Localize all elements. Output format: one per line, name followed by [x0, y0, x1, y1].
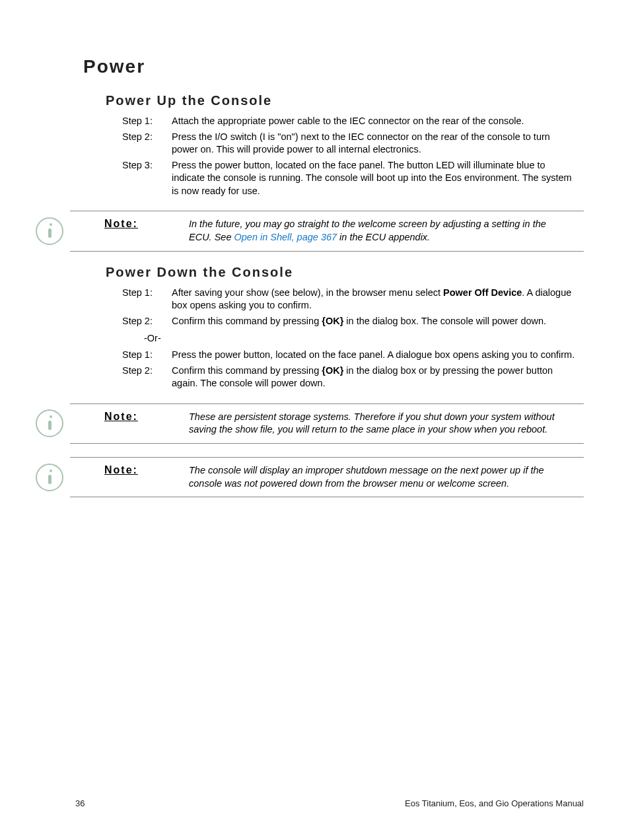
step-text: Press the power button, located on the f… [172, 349, 584, 362]
note-label: Note: [70, 411, 162, 423]
svg-rect-8 [48, 475, 52, 484]
or-separator: -Or- [144, 333, 584, 343]
step-row: Step 2: Confirm this command by pressing… [122, 315, 584, 328]
heading-power-up: Power Up the Console [106, 93, 584, 108]
svg-point-4 [50, 415, 52, 418]
step-label: Step 1: [122, 115, 172, 128]
svg-point-1 [50, 223, 52, 226]
power-up-steps: Step 1: Attach the appropriate power cab… [46, 115, 584, 197]
step-label: Step 3: [122, 159, 172, 198]
step-row: Step 1: After saving your show (see belo… [122, 287, 584, 312]
note-text: These are persistent storage systems. Th… [162, 411, 584, 437]
step-text-bold: {OK} [322, 365, 343, 376]
note-block: Note: The console will display an improp… [70, 457, 584, 497]
step-text-bold: {OK} [322, 316, 343, 326]
power-down-steps-a: Step 1: After saving your show (see belo… [46, 287, 584, 328]
step-label: Step 2: [122, 315, 172, 328]
heading-power: Power [83, 56, 584, 77]
step-label: Step 2: [122, 365, 172, 390]
step-text-part: in the dialog box. The console will powe… [343, 316, 546, 326]
info-icon [36, 217, 63, 245]
note-block: Note: These are persistent storage syste… [70, 403, 584, 444]
power-down-steps-b: Step 1: Press the power button, located … [46, 349, 584, 390]
note-label: Note: [70, 218, 162, 230]
manual-title: Eos Titanium, Eos, and Gio Operations Ma… [405, 798, 584, 808]
note-text: The console will display an improper shu… [162, 464, 584, 490]
note-text-part: in the ECU appendix. [337, 232, 430, 242]
heading-power-down: Power Down the Console [106, 265, 584, 280]
step-text-part: After saving your show (see below), in t… [172, 287, 443, 298]
note-label: Note: [70, 464, 162, 476]
step-text-bold: Power Off Device [443, 287, 522, 298]
step-label: Step 2: [122, 131, 172, 157]
step-text: Confirm this command by pressing {OK} in… [172, 315, 584, 328]
document-page: Power Power Up the Console Step 1: Attac… [0, 0, 630, 840]
page-footer: 36 Eos Titanium, Eos, and Gio Operations… [46, 798, 584, 808]
step-text: Press the I/O switch (I is "on") next to… [172, 131, 584, 157]
step-row: Step 3: Press the power button, located … [122, 159, 584, 198]
step-label: Step 1: [122, 287, 172, 312]
step-row: Step 2: Confirm this command by pressing… [122, 365, 584, 390]
step-row: Step 2: Press the I/O switch (I is "on")… [122, 131, 584, 157]
step-text: After saving your show (see below), in t… [172, 287, 584, 312]
step-text: Press the power button, located on the f… [172, 159, 584, 198]
page-number: 36 [75, 798, 85, 808]
link-open-in-shell[interactable]: Open in Shell, page 367 [234, 232, 337, 242]
svg-rect-2 [48, 228, 52, 238]
svg-rect-5 [48, 421, 52, 430]
step-row: Step 1: Press the power button, located … [122, 349, 584, 362]
step-text: Confirm this command by pressing {OK} in… [172, 365, 584, 390]
step-row: Step 1: Attach the appropriate power cab… [122, 115, 584, 128]
step-text-part: Confirm this command by pressing [172, 316, 322, 326]
step-label: Step 1: [122, 349, 172, 362]
note-text: In the future, you may go straight to th… [162, 218, 584, 244]
step-text: Attach the appropriate power cable to th… [172, 115, 584, 128]
info-icon [36, 464, 63, 491]
info-icon [36, 409, 63, 437]
note-block: Note: In the future, you may go straight… [70, 211, 584, 251]
svg-point-7 [50, 470, 52, 472]
step-text-part: Confirm this command by pressing [172, 365, 322, 376]
